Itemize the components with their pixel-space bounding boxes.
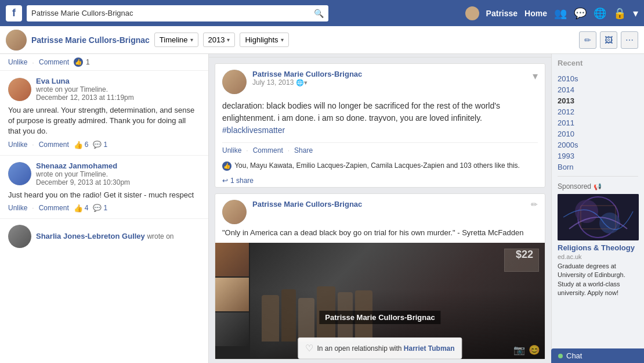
nav-right-area: Patrisse Home 👥 💬 🌐 🔒 ▾ [465, 6, 638, 20]
comment-block-3: Sharlia Jones-Lebreton Gulley wrote on [0, 219, 208, 256]
messages-icon[interactable]: 💬 [574, 7, 587, 20]
thumb-item-1 [215, 243, 249, 276]
notifications-icon[interactable]: 🌐 [594, 7, 606, 20]
timeline-year-2011[interactable]: 2011 [558, 117, 638, 128]
edit-icon: ✏ [584, 35, 591, 45]
post-card-2: Patrisse Marie Cullors-Brignac ✏ "Only i… [215, 193, 545, 360]
timeline-year-2013[interactable]: 2013 [558, 95, 638, 106]
comment-block-2: Shenaaz Janmohamed wrote on your Timelin… [0, 156, 208, 219]
post-card-1: Patrisse Marie Cullors-Brignac July 13, … [215, 63, 545, 188]
comment-link-1[interactable]: Comment [39, 141, 69, 149]
timeline-year-2012[interactable]: 2012 [558, 106, 638, 117]
unlike-link-top[interactable]: Unlike [8, 58, 27, 66]
comment-author-2[interactable]: Shenaaz Janmohamed [36, 161, 130, 170]
post-comment-link[interactable]: Comment [253, 146, 283, 154]
lock-icon[interactable]: 🔒 [613, 7, 626, 20]
sponsored-icon: 📢 [594, 183, 602, 191]
comment-link-top[interactable]: Comment [39, 58, 69, 66]
comment-header: Eva Luna wrote on your Timeline. Decembe… [8, 77, 200, 102]
timeline-year-2010s[interactable]: 2010s [558, 73, 638, 84]
post-1-author[interactable]: Patrisse Marie Cullors-Brignac [252, 70, 362, 78]
post-2-header: Patrisse Marie Cullors-Brignac ✏ [215, 194, 545, 228]
post-2-avatar [222, 200, 247, 224]
ad-title[interactable]: Religions & Theology [558, 243, 638, 252]
comment-meta-text-2: wrote on your Timeline. [36, 170, 130, 178]
sponsored-label: Sponsored 📢 [558, 182, 638, 191]
comment-meta-2: Shenaaz Janmohamed wrote on your Timelin… [36, 161, 130, 186]
more-icon-btn[interactable]: ⋯ [621, 31, 638, 49]
timeline-dropdown[interactable]: Timeline ▾ [154, 33, 198, 47]
nav-username[interactable]: Patrisse [486, 9, 518, 18]
highlights-dropdown[interactable]: Highlights ▾ [240, 33, 288, 47]
post-1-shares: ↩ 1 share [215, 174, 545, 187]
timeline-year-2000s[interactable]: 2000s [558, 139, 638, 150]
ad-image[interactable] [558, 194, 639, 240]
post-1-actions: Unlike · Comment · Share [215, 143, 545, 158]
comment-meta-text-3: wrote on [147, 232, 173, 240]
year-dropdown[interactable]: 2013 ▾ [203, 33, 236, 47]
commenter-avatar-2 [8, 162, 31, 185]
search-input[interactable] [31, 9, 314, 17]
ad-artwork [558, 194, 639, 240]
post-options-icon[interactable]: ▾ [533, 70, 538, 82]
more-icon: ⋯ [625, 35, 634, 45]
thumb-item-2 [215, 278, 249, 311]
post-share-link[interactable]: Share [294, 146, 313, 154]
timeline-years: 2010s201420132012201120102000s1993Born [558, 73, 638, 172]
comment-count-1: 💬 1 [93, 141, 107, 149]
post-2-image-area: $22 Patrisse Marie Cullors-Brignac ♡ In … [215, 243, 545, 359]
unlike-link-1[interactable]: Unlike [8, 141, 27, 149]
thumb-icon-1: 👍 [74, 141, 83, 149]
comment-author-3[interactable]: Sharlia Jones-Lebreton Gulley [36, 232, 145, 240]
timeline-year-1993[interactable]: 1993 [558, 150, 638, 161]
svg-point-3 [599, 213, 620, 233]
sponsored-section: Sponsored 📢 Religions & The [558, 182, 638, 298]
profile-header-bar: Patrisse Marie Cullors-Brignac Timeline … [0, 26, 644, 54]
timeline-dropdown-arrow: ▾ [190, 37, 193, 43]
main-layout: Unlike · Comment 👍 1 Eva Luna wrote on y… [0, 54, 644, 363]
post-unlike-link[interactable]: Unlike [222, 146, 241, 154]
sponsored-ad: Religions & Theology ed.ac.uk Graduate d… [558, 194, 638, 298]
post-2-author[interactable]: Patrisse Marie Cullors-Brignac [252, 200, 362, 209]
comment-link-2[interactable]: Comment [39, 204, 69, 212]
post-1-likes: 👍 You, Mayu Kawata, Emilio Lacques-Zapie… [215, 158, 545, 174]
thumb-icon-2: 👍 [74, 204, 83, 213]
nav-home-link[interactable]: Home [524, 9, 547, 18]
edit-icon-btn[interactable]: ✏ [579, 31, 596, 49]
chat-label: Chat [566, 351, 582, 360]
comment-meta-1: Eva Luna wrote on your Timeline. Decembe… [36, 77, 134, 102]
post-1-date: July 13, 2013 🌐▾ [252, 78, 362, 87]
like-count-2: 👍 4 [74, 204, 89, 213]
share-icon: ↩ [222, 177, 228, 185]
chat-bar[interactable]: Chat [551, 348, 644, 363]
search-icon[interactable]: 🔍 [314, 9, 324, 18]
timeline-year-born[interactable]: Born [558, 161, 638, 172]
photo-icon-btn[interactable]: 🖼 [600, 31, 617, 49]
post-hashtag[interactable]: #blacklivesmatter [222, 125, 285, 135]
timeline-year-2014[interactable]: 2014 [558, 84, 638, 95]
friends-icon[interactable]: 👥 [554, 7, 567, 20]
smiley-icon[interactable]: 😊 [529, 344, 540, 355]
post-1-meta: Patrisse Marie Cullors-Brignac July 13, … [252, 70, 362, 87]
top-action-row: Unlike · Comment 👍 1 [0, 54, 208, 71]
post-2-options-icon[interactable]: ✏ [531, 200, 538, 209]
dropdown-icon[interactable]: ▾ [633, 7, 638, 20]
heart-icon: ♡ [305, 343, 313, 354]
post-1-header: Patrisse Marie Cullors-Brignac July 13, … [215, 64, 545, 100]
camera-icon[interactable]: 📷 [513, 344, 525, 355]
profile-name-bar: Patrisse Marie Cullors-Brignac [31, 35, 150, 45]
timeline-year-2010[interactable]: 2010 [558, 128, 638, 139]
photo-icon: 🖼 [605, 35, 613, 45]
facebook-logo: f [6, 5, 22, 21]
chat-online-indicator [558, 354, 563, 358]
nav-avatar [465, 6, 479, 20]
comment-actions-1: Unlike · Comment 👍 6 💬 1 [8, 141, 200, 149]
overlay-link[interactable]: Harriet Tubman [404, 344, 455, 353]
comment-author-1[interactable]: Eva Luna [36, 77, 134, 85]
comment-header-2: Shenaaz Janmohamed wrote on your Timelin… [8, 161, 200, 186]
timeline-divider [558, 176, 638, 177]
post-image-label: Patrisse Marie Cullors-Brignac [319, 311, 440, 324]
unlike-link-2[interactable]: Unlike [8, 204, 27, 212]
like-count-1: 👍 6 [74, 141, 89, 149]
search-bar[interactable]: 🔍 [27, 5, 328, 21]
